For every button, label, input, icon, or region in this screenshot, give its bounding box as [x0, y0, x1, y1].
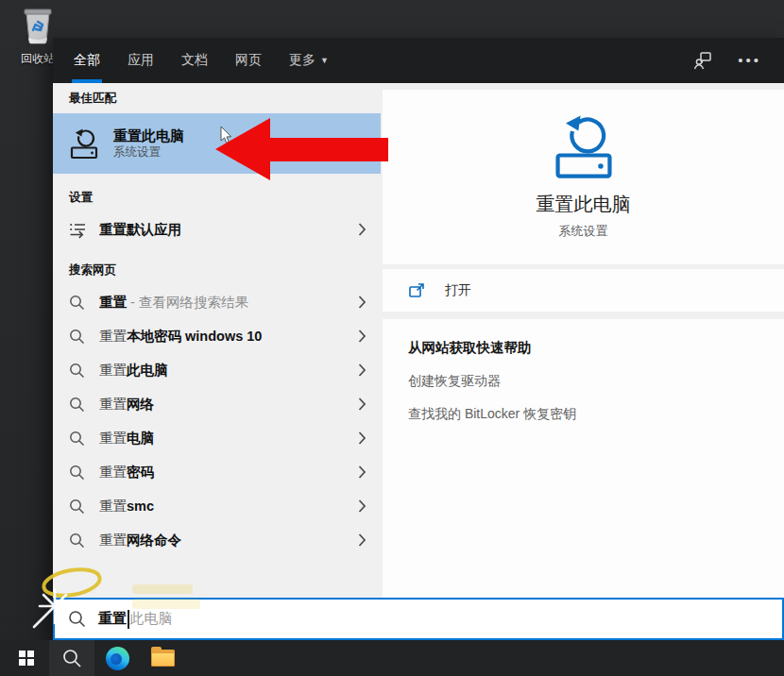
chevron-right-icon — [358, 296, 366, 309]
chevron-right-icon — [358, 330, 366, 343]
web-suggestion-row[interactable]: 重置smc — [53, 489, 381, 523]
chevron-right-icon — [358, 397, 366, 411]
search-query-typed: 重置 — [98, 610, 127, 628]
windows-logo-icon — [19, 651, 34, 666]
web-suggestion-row[interactable]: 重置此电脑 — [53, 353, 381, 387]
preview-hero: 重置此电脑 系统设置 — [383, 90, 784, 264]
edge-browser-icon — [106, 647, 129, 670]
help-link-recovery-drive[interactable]: 创建恢复驱动器 — [408, 373, 765, 390]
search-icon — [61, 648, 82, 668]
tab-apps[interactable]: 应用 — [126, 38, 156, 83]
search-icon — [69, 397, 88, 413]
filter-tabs: 全部 应用 文档 网页 更多▼ — [72, 38, 331, 83]
best-match-title: 重置此电脑 — [113, 127, 184, 144]
open-label: 打开 — [445, 282, 471, 299]
reset-pc-icon-large — [548, 110, 620, 182]
chevron-right-icon — [358, 363, 366, 377]
recycle-bin-icon — [20, 6, 56, 45]
search-icon — [69, 329, 88, 345]
tab-web[interactable]: 网页 — [233, 38, 264, 83]
result-label: 重置默认应用 — [99, 222, 181, 237]
best-match-subtitle: 系统设置 — [113, 144, 184, 161]
web-suggestion-row[interactable]: 重置本地密码 windows 10 — [53, 319, 381, 353]
start-button[interactable] — [4, 640, 49, 676]
taskbar-explorer-button[interactable] — [140, 640, 185, 676]
search-icon — [69, 532, 88, 549]
chevron-right-icon — [358, 533, 366, 547]
help-link-bitlocker-key[interactable]: 查找我的 BitLocker 恢复密钥 — [408, 406, 765, 423]
chevron-right-icon — [358, 465, 366, 479]
red-annotation-arrow — [189, 109, 397, 189]
web-result-row[interactable]: 重置 - 查看网络搜索结果 — [53, 285, 381, 319]
preview-subtitle: 系统设置 — [559, 223, 608, 240]
search-icon — [69, 465, 88, 481]
search-query-suggestion: 此电脑 — [130, 610, 173, 628]
header-actions: ••• — [692, 50, 784, 71]
section-search-web: 搜索网页 — [53, 246, 381, 285]
help-header: 从网站获取快速帮助 — [408, 339, 765, 357]
tab-all[interactable]: 全部 — [72, 38, 102, 83]
more-options-icon[interactable]: ••• — [738, 56, 761, 65]
open-action[interactable]: 打开 — [383, 269, 784, 312]
tab-documents[interactable]: 文档 — [179, 38, 210, 83]
taskbar-edge-button[interactable] — [94, 640, 140, 676]
tab-more[interactable]: 更多▼ — [287, 38, 331, 83]
web-suggestion-row[interactable]: 重置网络命令 — [53, 523, 381, 557]
web-suggestion-row[interactable]: 重置电脑 — [53, 421, 381, 455]
search-filter-bar: 全部 应用 文档 网页 更多▼ ••• — [53, 38, 784, 83]
chevron-right-icon — [358, 223, 366, 236]
file-explorer-icon — [151, 650, 175, 667]
search-icon — [68, 610, 86, 628]
web-suggestion-row[interactable]: 重置网络 — [53, 387, 381, 421]
feedback-account-icon[interactable] — [692, 50, 713, 71]
chevron-right-icon — [358, 431, 366, 445]
text-caret — [128, 610, 129, 629]
taskbar — [0, 640, 784, 676]
dropdown-arrow-icon: ▼ — [320, 56, 329, 65]
search-icon — [69, 295, 88, 311]
windows-desktop: 回收站 全部 应用 文档 网页 更多▼ ••• — [0, 0, 784, 676]
open-external-icon — [408, 282, 425, 299]
search-flyout: 全部 应用 文档 网页 更多▼ ••• 最佳匹配 — [53, 38, 784, 640]
search-icon — [69, 499, 88, 515]
preview-panel: 重置此电脑 系统设置 打开 从网站获取快速帮助 创建恢复驱动器 查找我的 Bit… — [381, 83, 784, 598]
web-help-section: 从网站获取快速帮助 创建恢复驱动器 查找我的 BitLocker 恢复密钥 — [383, 319, 784, 598]
search-input[interactable]: 重置此电脑 — [53, 598, 784, 640]
search-icon — [69, 431, 88, 447]
reset-default-apps-icon — [69, 221, 88, 239]
search-icon — [69, 363, 88, 379]
chevron-right-icon — [358, 499, 366, 513]
preview-title: 重置此电脑 — [537, 192, 631, 217]
settings-result-row[interactable]: 重置默认应用 — [53, 212, 381, 246]
taskbar-search-button[interactable] — [49, 640, 94, 676]
web-suggestion-row[interactable]: 重置密码 — [53, 455, 381, 489]
reset-pc-icon — [67, 127, 101, 161]
